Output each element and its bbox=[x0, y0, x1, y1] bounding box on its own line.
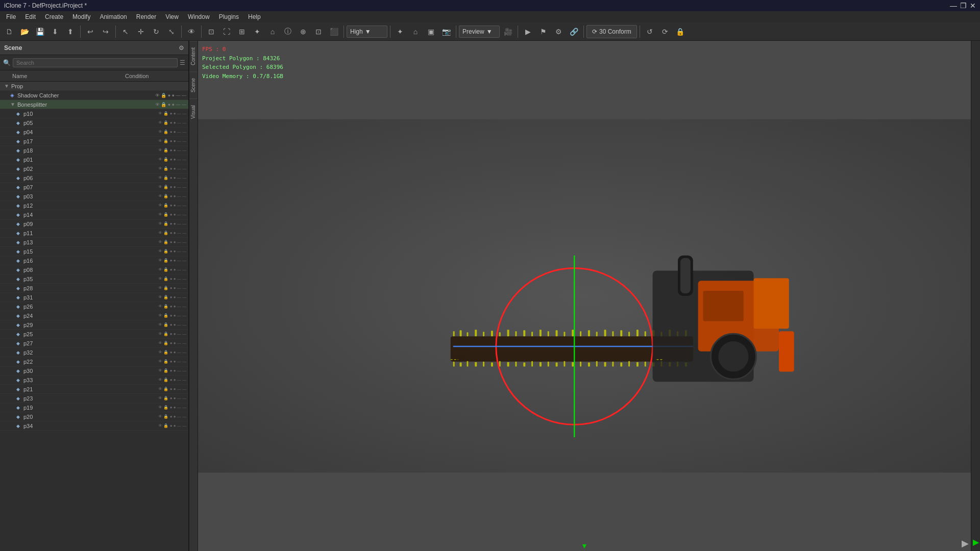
mesh-icon: ◆ bbox=[16, 176, 23, 181]
tree-item-p24[interactable]: ◆ p24 👁 🔒 ● ● — — bbox=[0, 311, 188, 320]
nav-btn[interactable]: ⊡ bbox=[311, 24, 326, 39]
tree-item-p09[interactable]: ◆ p09 👁 🔒 ● ● — — bbox=[0, 219, 188, 229]
tree-item-p15[interactable]: ◆ p15 👁 🔒 ● ● — — bbox=[0, 247, 188, 256]
mesh-icon: ◆ bbox=[16, 322, 23, 328]
save-button[interactable]: 💾 bbox=[33, 24, 47, 39]
layout-btn[interactable]: ⊡ bbox=[204, 24, 218, 39]
import-button[interactable]: ⬇ bbox=[48, 24, 62, 39]
home2-btn[interactable]: ⌂ bbox=[408, 24, 423, 39]
tree-item-prop[interactable]: ▼ Prop bbox=[0, 82, 188, 91]
scale-tool[interactable]: ⤡ bbox=[164, 24, 179, 39]
tree-item-p13[interactable]: ◆ p13 👁 🔒 ● ● — — bbox=[0, 238, 188, 247]
menu-file[interactable]: File bbox=[2, 12, 20, 21]
tree-item-p02[interactable]: ◆ p02 👁 🔒 ● ● — — bbox=[0, 164, 188, 173]
tree-item-p33[interactable]: ◆ p33 👁 🔒 ● ● — — bbox=[0, 375, 188, 385]
scene-settings-icon[interactable]: ⚙ bbox=[179, 44, 184, 52]
viewport[interactable]: FPS : 0 Project Polygon : 84326 Selected… bbox=[198, 41, 971, 551]
tree-item-p07[interactable]: ◆ p07 👁 🔒 ● ● — — bbox=[0, 183, 188, 192]
tree-item-p23[interactable]: ◆ p23 👁 🔒 ● ● — — bbox=[0, 394, 188, 403]
tree-item-p14[interactable]: ◆ p14 👁 🔒 ● ● — — bbox=[0, 210, 188, 219]
tree-item-p26[interactable]: ◆ p26 👁 🔒 ● ● — — bbox=[0, 302, 188, 311]
camera-btn[interactable]: 📷 bbox=[439, 24, 453, 39]
tree-item-p17[interactable]: ◆ p17 👁 🔒 ● ● — — bbox=[0, 137, 188, 146]
tree-item-p28[interactable]: ◆ p28 👁 🔒 ● ● — — bbox=[0, 284, 188, 293]
tree-item-p31[interactable]: ◆ p31 👁 🔒 ● ● — — bbox=[0, 293, 188, 302]
info-btn[interactable]: ⓘ bbox=[281, 24, 295, 39]
lock-btn[interactable]: 🔒 bbox=[673, 24, 688, 39]
fullscreen-btn[interactable]: ⛶ bbox=[219, 24, 234, 39]
tree-item-p30[interactable]: ◆ p30 👁 🔒 ● ● — — bbox=[0, 366, 188, 375]
maximize-button[interactable]: ❐ bbox=[960, 2, 967, 10]
window-controls[interactable]: — ❐ ✕ bbox=[950, 2, 976, 10]
conform-button[interactable]: ⟳ 30 Conform bbox=[586, 25, 637, 38]
sidebar-tab-scene[interactable]: Scene bbox=[189, 71, 198, 98]
export-button[interactable]: ⬆ bbox=[63, 24, 78, 39]
rotate-tool[interactable]: ↻ bbox=[149, 24, 163, 39]
tree-item-p08[interactable]: ◆ p08 👁 🔒 ● ● — — bbox=[0, 265, 188, 274]
tree-item-p19[interactable]: ◆ p19 👁 🔒 ● ● — — bbox=[0, 403, 188, 412]
tree-item-p22[interactable]: ◆ p22 👁 🔒 ● ● — — bbox=[0, 357, 188, 366]
tree-item-bonesplitter[interactable]: ▼ Bonesplitter 👁 🔒 ● ● — — bbox=[0, 100, 188, 109]
menu-window[interactable]: Window bbox=[184, 12, 214, 21]
rotate2-btn[interactable]: ↺ bbox=[643, 24, 657, 39]
star-btn[interactable]: ✦ bbox=[393, 24, 407, 39]
undo-button[interactable]: ↩ bbox=[83, 24, 97, 39]
eye-button[interactable]: 👁 bbox=[184, 24, 199, 39]
redo-button[interactable]: ↪ bbox=[99, 24, 113, 39]
minimize-button[interactable]: — bbox=[950, 2, 957, 10]
settings-btn2[interactable]: ⚙ bbox=[551, 24, 566, 39]
tree-item-p32[interactable]: ◆ p32 👁 🔒 ● ● — — bbox=[0, 348, 188, 357]
motion-btn[interactable]: ▶ bbox=[521, 24, 535, 39]
menu-plugins[interactable]: Plugins bbox=[215, 12, 243, 21]
open-button[interactable]: 📂 bbox=[17, 24, 32, 39]
tree-item-p06[interactable]: ◆ p06 👁 🔒 ● ● — — bbox=[0, 173, 188, 183]
sidebar-tab-content[interactable]: Content bbox=[189, 41, 198, 71]
tree-item-p34[interactable]: ◆ p34 👁 🔒 ● ● — — bbox=[0, 421, 188, 431]
grid-btn[interactable]: ⊞ bbox=[235, 24, 249, 39]
new-button[interactable]: 🗋 bbox=[2, 24, 16, 39]
tree-item-p20[interactable]: ◆ p20 👁 🔒 ● ● — — bbox=[0, 412, 188, 421]
link-btn[interactable]: 🔗 bbox=[567, 24, 581, 39]
tree-item-p18[interactable]: ◆ p18 👁 🔒 ● ● — — bbox=[0, 146, 188, 155]
render2-btn[interactable]: ▣ bbox=[424, 24, 438, 39]
tree-item-p29[interactable]: ◆ p29 👁 🔒 ● ● — — bbox=[0, 320, 188, 330]
tree-item-label: p02 bbox=[23, 166, 158, 172]
menu-edit[interactable]: Edit bbox=[21, 12, 40, 21]
flip-btn[interactable]: ⟳ bbox=[658, 24, 672, 39]
snap-btn[interactable]: ✦ bbox=[250, 24, 264, 39]
tree-item-p04[interactable]: ◆ p04 👁 🔒 ● ● — — bbox=[0, 128, 188, 137]
search-options-icon[interactable]: ☰ bbox=[180, 59, 185, 66]
tree-item-shadow-catcher[interactable]: ◈ Shadow Catcher 👁 🔒 ● ● — — bbox=[0, 91, 188, 100]
move-tool[interactable]: ✛ bbox=[134, 24, 148, 39]
tree-item-p21[interactable]: ◆ p21 👁 🔒 ● ● — — bbox=[0, 385, 188, 394]
mesh-icon: ◆ bbox=[16, 258, 23, 263]
home-btn[interactable]: ⌂ bbox=[265, 24, 280, 39]
tree-item-p11[interactable]: ◆ p11 👁 🔒 ● ● — — bbox=[0, 229, 188, 238]
select-tool[interactable]: ↖ bbox=[118, 24, 133, 39]
tree-item-p16[interactable]: ◆ p16 👁 🔒 ● ● — — bbox=[0, 256, 188, 265]
tree-item-p25[interactable]: ◆ p25 👁 🔒 ● ● — — bbox=[0, 330, 188, 339]
menu-view[interactable]: View bbox=[161, 12, 183, 21]
path-btn[interactable]: ⚑ bbox=[536, 24, 550, 39]
search-input[interactable] bbox=[13, 58, 178, 67]
sidebar-tab-visual[interactable]: Visual bbox=[189, 98, 198, 125]
menu-help[interactable]: Help bbox=[244, 12, 265, 21]
tree-item-p10[interactable]: ◆ p10 👁 🔒 ● ● — — bbox=[0, 109, 188, 118]
quality-dropdown[interactable]: High ▼ bbox=[347, 26, 387, 38]
menu-animation[interactable]: Animation bbox=[95, 12, 131, 21]
menu-modify[interactable]: Modify bbox=[68, 12, 94, 21]
close-button[interactable]: ✕ bbox=[970, 2, 976, 10]
tree-item-p35[interactable]: ◆ p35 👁 🔒 ● ● — — bbox=[0, 274, 188, 284]
expand-right-icon[interactable]: ▶ bbox=[973, 537, 979, 547]
tree-item-p05[interactable]: ◆ p05 👁 🔒 ● ● — — bbox=[0, 118, 188, 128]
add-btn[interactable]: ⊕ bbox=[296, 24, 310, 39]
render-btn[interactable]: ⬛ bbox=[327, 24, 341, 39]
cam2-btn[interactable]: 🎥 bbox=[501, 24, 515, 39]
menu-render[interactable]: Render bbox=[132, 12, 160, 21]
tree-item-p27[interactable]: ◆ p27 👁 🔒 ● ● — — bbox=[0, 339, 188, 348]
tree-item-p12[interactable]: ◆ p12 👁 🔒 ● ● — — bbox=[0, 201, 188, 210]
tree-item-p01[interactable]: ◆ p01 👁 🔒 ● ● — — bbox=[0, 155, 188, 164]
preview-dropdown[interactable]: Preview ▼ bbox=[459, 26, 500, 38]
tree-item-p03[interactable]: ◆ p03 👁 🔒 ● ● — — bbox=[0, 192, 188, 201]
menu-create[interactable]: Create bbox=[41, 12, 67, 21]
